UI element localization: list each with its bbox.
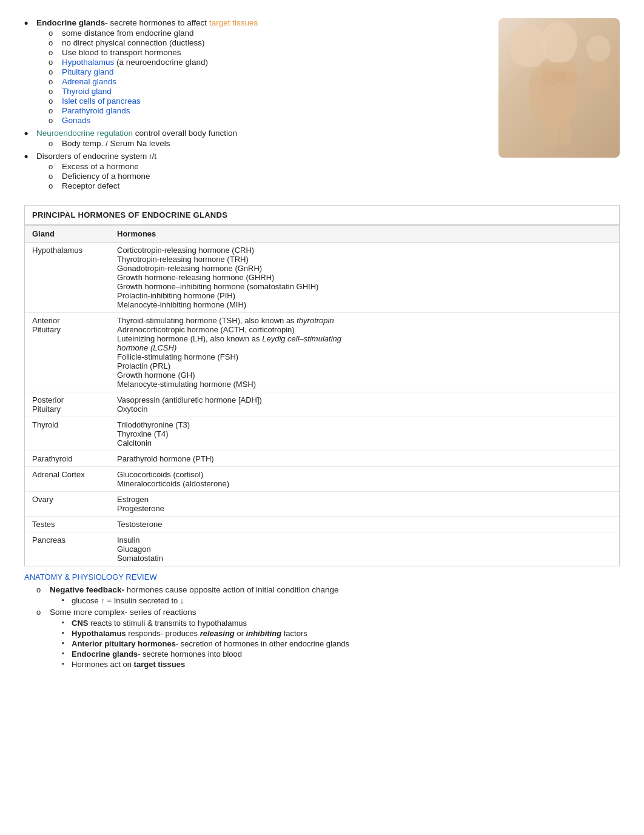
- endocrine-glands-suffix: - secrete hormones to affect: [105, 18, 209, 27]
- table-row: Adrenal Cortex Glucocorticoids (cortisol…: [25, 467, 619, 492]
- pituitary-link[interactable]: Pituitary gland: [62, 67, 114, 76]
- table-row: Thyroid Triiodothyronine (T3) Thyroxine …: [25, 417, 619, 451]
- gland-anterior-pituitary: AnteriorPituitary: [25, 313, 110, 392]
- endocrine-diagram-image: [498, 18, 620, 158]
- sub-pituitary: Pituitary gland: [49, 67, 486, 76]
- table-header-row: Gland Hormones: [25, 226, 619, 243]
- review-list: Negative feedback- hormones cause opposi…: [36, 585, 620, 669]
- table-row: AnteriorPituitary Thyroid-stimulating ho…: [25, 313, 619, 392]
- complex-series-bullets: CNS reacts to stimuli & transmits to hyp…: [62, 619, 620, 669]
- svg-point-2: [541, 72, 559, 86]
- table-row: PosteriorPituitary Vasopressin (antidiur…: [25, 392, 619, 417]
- complex-series-text: Some more complex- series of reactions: [50, 608, 196, 617]
- gland-posterior-pituitary: PosteriorPituitary: [25, 392, 110, 417]
- hormones-table-section: PRINCIPAL HORMONES OF ENDOCRINE GLANDS G…: [24, 205, 620, 566]
- table-title: PRINCIPAL HORMONES OF ENDOCRINE GLANDS: [25, 206, 619, 226]
- table-row: Pancreas Insulin Glucagon Somatostatin: [25, 532, 619, 566]
- table-row: Hypothalamus Corticotropin-releasing hor…: [25, 243, 619, 313]
- anatomy-label: ANATOMY & PHYSIOLOGY REVIEW: [24, 572, 620, 582]
- neuroendocrine-link[interactable]: Neuroendocrine regulation: [36, 129, 133, 138]
- hormones-ovary: Estrogen Progesterone: [110, 492, 619, 517]
- col-gland-header: Gland: [25, 226, 110, 243]
- sub-parathyroid: Parathyroid glands: [49, 106, 486, 115]
- bullet-hypothalamus-responds: Hypothalamus responds- produces releasin…: [62, 629, 620, 638]
- endocrine-glands-bold: Endocrine glands: [36, 18, 105, 27]
- sub-gonads: Gonads: [49, 116, 486, 125]
- table-row: Parathyroid Parathyroid hormone (PTH): [25, 451, 619, 467]
- hormones-testes: Testosterone: [110, 517, 619, 532]
- hormones-anterior-pituitary: Thyroid-stimulating hormone (TSH), also …: [110, 313, 619, 392]
- endocrine-sub-list: some distance from endocrine gland no di…: [49, 29, 486, 125]
- gland-testes: Testes: [25, 517, 110, 532]
- target-tissues-link[interactable]: target tissues: [209, 18, 258, 27]
- hormones-posterior-pituitary: Vasopressin (antidiuretic hormone [ADH])…: [110, 392, 619, 417]
- sub-blood: Use blood to transport hormones: [49, 48, 486, 57]
- hormones-table: Gland Hormones Hypothalamus Corticotropi…: [25, 226, 619, 566]
- svg-rect-8: [588, 61, 609, 91]
- sub-adrenal: Adrenal glands: [49, 77, 486, 86]
- gland-pancreas: Pancreas: [25, 532, 110, 566]
- negative-feedback-bold: Negative feedback-: [50, 585, 124, 594]
- sub-ductless: no direct physical connection (ductless): [49, 38, 486, 47]
- cns-bold: CNS: [72, 619, 88, 628]
- hormones-adrenal-cortex: Glucocorticoids (cortisol) Mineralocorti…: [110, 467, 619, 492]
- table-row: Ovary Estrogen Progesterone: [25, 492, 619, 517]
- bullet-anterior-pituitary-hormones: Anterior pituitary hormones- secretion o…: [62, 639, 620, 648]
- gland-thyroid: Thyroid: [25, 417, 110, 451]
- gland-adrenal-cortex: Adrenal Cortex: [25, 467, 110, 492]
- hypothalamus-link[interactable]: Hypothalamus: [62, 58, 114, 67]
- review-complex-series: Some more complex- series of reactions C…: [36, 608, 620, 669]
- svg-rect-4: [547, 109, 558, 146]
- sub-thyroid: Thyroid gland: [49, 87, 486, 96]
- negative-feedback-sub: glucose ↑ = Insulin secreted to ↓: [62, 596, 620, 605]
- disorders-sub: Excess of a hormone Deficiency of a horm…: [49, 162, 486, 190]
- parathyroid-link[interactable]: Parathyroid glands: [62, 106, 130, 115]
- bullet-target-tissues: Hormones act on target tissues: [62, 660, 620, 669]
- cns-suffix: reacts to stimuli & transmits to hypotha…: [88, 619, 247, 628]
- bullet-endocrine-glands: Endocrine glands- secrete hormones into …: [62, 649, 620, 659]
- main-bullet-list: Endocrine glands- secrete hormones to af…: [24, 18, 486, 190]
- sub-body-temp: Body temp. / Serum Na levels: [49, 139, 486, 148]
- thyroid-link[interactable]: Thyroid gland: [62, 87, 112, 96]
- svg-point-3: [559, 72, 577, 86]
- top-content: Endocrine glands- secrete hormones to af…: [24, 18, 486, 194]
- review-negative-feedback: Negative feedback- hormones cause opposi…: [36, 585, 620, 605]
- sub-receptor: Receptor defect: [49, 181, 486, 190]
- svg-rect-5: [560, 109, 571, 146]
- svg-point-0: [541, 21, 577, 64]
- svg-point-7: [586, 35, 611, 62]
- adrenal-link[interactable]: Adrenal glands: [62, 77, 116, 86]
- col-hormones-header: Hormones: [110, 226, 619, 243]
- top-section: Endocrine glands- secrete hormones to af…: [24, 18, 620, 194]
- gland-hypothalamus: Hypothalamus: [25, 243, 110, 313]
- gland-ovary: Ovary: [25, 492, 110, 517]
- sub-islet: Islet cells of pancreas: [49, 96, 486, 106]
- svg-point-6: [552, 70, 566, 82]
- glucose-example: glucose ↑ = Insulin secreted to ↓: [62, 596, 620, 605]
- sub-deficiency: Deficiency of a hormone: [49, 172, 486, 181]
- bullet-neuroendocrine: Neuroendocrine regulation control overal…: [24, 129, 486, 148]
- islet-link[interactable]: Islet cells of pancreas: [62, 96, 141, 106]
- svg-rect-1: [541, 62, 577, 110]
- bullet-endocrine-glands: Endocrine glands- secrete hormones to af…: [24, 18, 486, 125]
- hormones-hypothalamus: Corticotropin-releasing hormone (CRH) Th…: [110, 243, 619, 313]
- table-row: Testes Testosterone: [25, 517, 619, 532]
- hormones-thyroid: Triiodothyronine (T3) Thyroxine (T4) Cal…: [110, 417, 619, 451]
- negative-feedback-suffix: hormones cause opposite action of initia…: [124, 585, 338, 594]
- sub-hypothalamus: Hypothalamus (a neuroendocrine gland): [49, 58, 486, 67]
- anatomy-review-section: ANATOMY & PHYSIOLOGY REVIEW Negative fee…: [24, 572, 620, 669]
- hypothalamus-bold: Hypothalamus: [72, 629, 126, 638]
- hormones-parathyroid: Parathyroid hormone (PTH): [110, 451, 619, 467]
- neuroendocrine-sub: Body temp. / Serum Na levels: [49, 139, 486, 148]
- bullet-disorders: Disorders of endocrine system r/t Excess…: [24, 152, 486, 190]
- sub-distance: some distance from endocrine gland: [49, 29, 486, 38]
- hormones-pancreas: Insulin Glucagon Somatostatin: [110, 532, 619, 566]
- sub-excess: Excess of a hormone: [49, 162, 486, 171]
- gonads-link[interactable]: Gonads: [62, 116, 90, 125]
- gland-parathyroid: Parathyroid: [25, 451, 110, 467]
- bullet-cns: CNS reacts to stimuli & transmits to hyp…: [62, 619, 620, 628]
